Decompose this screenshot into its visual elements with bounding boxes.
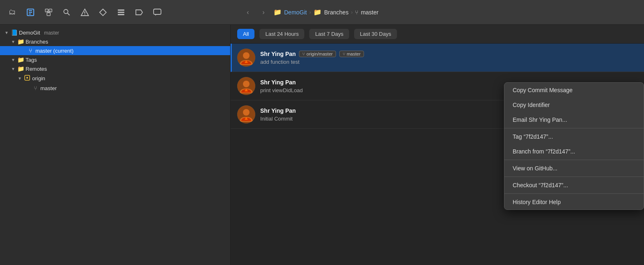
breadcrumb-branch-icon: ⑂ xyxy=(355,9,358,16)
avatar-2 xyxy=(237,77,255,95)
svg-rect-17 xyxy=(118,14,124,15)
commit-message-1: add function test xyxy=(260,59,637,65)
svg-point-13 xyxy=(84,14,85,15)
toolbar-left: 🗂 xyxy=(5,5,236,20)
toolbar-right: ‹ › 📁 DemoGit › 📁 Branches › ⑂ master xyxy=(238,7,639,18)
repo-icon: 📁 xyxy=(273,8,282,16)
forward-button[interactable]: › xyxy=(258,7,269,18)
search-icon[interactable] xyxy=(59,5,74,20)
source-control-icon[interactable] xyxy=(23,5,38,20)
origin-label: origin xyxy=(31,75,230,81)
context-menu: Copy Commit Message Copy Identifier Emai… xyxy=(504,82,644,210)
filter-bar: All Last 24 Hours Last 7 Days Last 30 Da… xyxy=(231,25,644,44)
context-menu-divider-2 xyxy=(504,160,644,160)
sidebar-item-origin[interactable]: ▼ origin xyxy=(0,73,230,84)
svg-point-28 xyxy=(243,109,250,116)
commit-author-2: Shr Ying Pan xyxy=(260,79,296,86)
commit-author-line-1: Shr Ying Pan ⑂ origin/master ⑂ master xyxy=(260,51,637,57)
repo-name: DemoGit xyxy=(19,30,40,36)
context-menu-checkout[interactable]: Checkout “7f2d147”... xyxy=(504,178,644,193)
filter-7d[interactable]: Last 7 Days xyxy=(309,29,349,39)
tree-arrow-repo: ▼ xyxy=(3,30,10,35)
filter-30d[interactable]: Last 30 Days xyxy=(354,29,397,39)
sidebar-item-remotes[interactable]: ▼ 📁 Remotes xyxy=(0,64,230,73)
commit-info-1: Shr Ying Pan ⑂ origin/master ⑂ master ad… xyxy=(260,51,637,65)
svg-rect-15 xyxy=(118,9,124,11)
sidebar: ▼ 📘 DemoGit master ▼ 📁 Branches ⑂ master… xyxy=(0,25,231,265)
master-branch-icon: ⑂ xyxy=(26,47,35,54)
breadcrumb-repo[interactable]: DemoGit xyxy=(284,9,307,16)
branches-folder-node-icon: 📁 xyxy=(16,38,25,45)
main-layout: ▼ 📘 DemoGit master ▼ 📁 Branches ⑂ master… xyxy=(0,25,644,265)
repo-branch-label: master xyxy=(44,30,59,36)
sidebar-item-tags[interactable]: ▼ 📁 Tags xyxy=(0,55,230,64)
breadcrumb-master[interactable]: master xyxy=(361,9,378,16)
repo-node-icon: 📘 xyxy=(10,29,18,36)
context-menu-branch-from[interactable]: Branch from “7f2d147”... xyxy=(504,144,644,159)
svg-rect-18 xyxy=(154,9,161,14)
sidebar-item-master-current[interactable]: ⑂ master (current) xyxy=(0,46,230,55)
context-menu-copy-id[interactable]: Copy Identifier xyxy=(504,98,644,112)
origin-arrow: ▼ xyxy=(16,76,23,81)
tags-label: Tags xyxy=(25,57,230,63)
context-menu-email[interactable]: Email Shr Ying Pan... xyxy=(504,112,644,127)
network-icon[interactable] xyxy=(41,5,56,20)
remotes-arrow: ▼ xyxy=(10,67,16,71)
commit-author-3: Shr Ying Pan xyxy=(260,107,296,114)
filter-24h[interactable]: Last 24 Hours xyxy=(259,29,304,39)
context-menu-divider-1 xyxy=(504,128,644,128)
svg-point-20 xyxy=(26,77,28,79)
svg-point-22 xyxy=(243,52,250,59)
context-menu-copy-commit[interactable]: Copy Commit Message xyxy=(504,83,644,98)
branches-arrow: ▼ xyxy=(10,40,16,44)
remotes-folder-icon: 📁 xyxy=(16,65,25,72)
remote-master-label: master xyxy=(40,85,230,91)
svg-rect-16 xyxy=(118,12,124,13)
breadcrumb-sep2: › xyxy=(351,9,352,15)
svg-line-10 xyxy=(68,13,70,15)
tags-arrow: ▼ xyxy=(10,58,16,62)
svg-marker-14 xyxy=(100,9,106,16)
remote-master-icon: ⑂ xyxy=(31,85,40,91)
sidebar-item-branches[interactable]: ▼ 📁 Branches xyxy=(0,37,230,46)
tag-diamond-icon[interactable] xyxy=(96,5,110,20)
context-menu-view-github[interactable]: View on GitHub... xyxy=(504,161,644,176)
tags-folder-icon: 📁 xyxy=(16,56,25,63)
sidebar-repo-label: DemoGit master xyxy=(18,30,230,36)
list-icon[interactable] xyxy=(114,5,128,20)
sidebar-repo-root[interactable]: ▼ 📘 DemoGit master xyxy=(0,28,230,37)
commit-item-1[interactable]: Shr Ying Pan ⑂ origin/master ⑂ master ad… xyxy=(231,44,644,72)
avatar-3 xyxy=(237,105,255,123)
remotes-label: Remotes xyxy=(25,66,230,72)
sidebar-item-master-remote[interactable]: ⑂ master xyxy=(0,84,230,93)
warning-icon[interactable] xyxy=(77,5,92,20)
commit-tag-origin-master: ⑂ origin/master xyxy=(299,51,336,57)
folder-icon[interactable]: 🗂 xyxy=(5,5,20,20)
back-button[interactable]: ‹ xyxy=(242,7,254,18)
context-menu-divider-4 xyxy=(504,193,644,194)
commit-author-1: Shr Ying Pan xyxy=(260,51,296,57)
breadcrumb: 📁 DemoGit › 📁 Branches › ⑂ master xyxy=(273,8,378,16)
svg-point-9 xyxy=(64,9,68,14)
origin-icon xyxy=(23,74,31,82)
filter-all[interactable]: All xyxy=(237,29,254,39)
toolbar: 🗂 xyxy=(0,0,644,25)
master-current-label: master (current) xyxy=(35,48,230,54)
tag-branch-icon2: ⑂ xyxy=(343,51,345,56)
tag-branch-icon: ⑂ xyxy=(302,51,305,56)
context-menu-divider-3 xyxy=(504,177,644,177)
breadcrumb-sep1: › xyxy=(309,9,311,15)
svg-rect-6 xyxy=(47,13,50,16)
svg-point-25 xyxy=(243,81,250,87)
branches-label: Branches xyxy=(25,39,230,45)
content-panel: All Last 24 Hours Last 7 Days Last 30 Da… xyxy=(231,25,644,265)
avatar-1 xyxy=(237,49,255,67)
branches-folder-icon: 📁 xyxy=(313,8,322,16)
commit-tag-master: ⑂ master xyxy=(339,51,364,57)
context-menu-history-help[interactable]: History Editor Help xyxy=(504,195,644,209)
chat-icon[interactable] xyxy=(150,5,165,20)
breadcrumb-branches[interactable]: Branches xyxy=(324,9,348,16)
label-icon[interactable] xyxy=(132,5,147,20)
context-menu-tag[interactable]: Tag “7f2d147”... xyxy=(504,129,644,144)
